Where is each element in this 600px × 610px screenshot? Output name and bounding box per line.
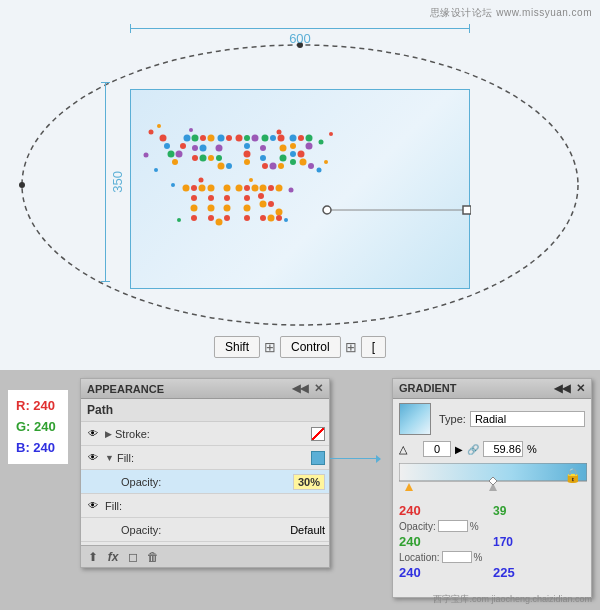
percent-label: % (527, 443, 537, 455)
svg-point-6 (172, 159, 178, 165)
svg-point-19 (226, 135, 232, 141)
svg-point-48 (300, 159, 307, 166)
red2-field: 39 (493, 503, 585, 518)
svg-point-46 (298, 151, 305, 158)
location-field-row: Location: % (399, 551, 491, 563)
watermark: 思缘设计论坛 www.missyuan.com (430, 6, 592, 20)
svg-point-41 (298, 135, 304, 141)
svg-point-45 (290, 151, 296, 157)
svg-point-53 (324, 160, 328, 164)
svg-point-14 (200, 145, 207, 152)
svg-point-38 (270, 163, 277, 170)
svg-point-54 (144, 153, 149, 158)
gradient-type-select[interactable]: Radial (470, 411, 585, 427)
gradient-bar-svg (399, 463, 587, 493)
visibility-icon[interactable]: 👁 (85, 426, 101, 442)
path-label: Path (81, 399, 329, 422)
red1-value: 240 (399, 503, 427, 518)
delete-icon[interactable]: 🗑 (145, 549, 161, 565)
svg-point-74 (224, 185, 231, 192)
svg-point-94 (284, 218, 288, 222)
stroke-label: Stroke: (115, 428, 307, 440)
fill-swatch[interactable] (311, 451, 325, 465)
lock-icon[interactable]: 🔒 (564, 467, 581, 483)
opacity2-row[interactable]: Opacity: Default (81, 518, 329, 542)
svg-point-27 (244, 143, 250, 149)
add-layer-icon[interactable]: ⬆ (85, 549, 101, 565)
fill2-row[interactable]: 👁 Fill: (81, 494, 329, 518)
svg-point-39 (278, 163, 284, 169)
opacity-field-label: Opacity: (399, 521, 436, 532)
appearance-toolbar: ⬆ fx ◻ 🗑 (81, 545, 329, 567)
gradient-minimize-icon[interactable]: ◀◀ (554, 382, 570, 395)
fill-expand-icon: ▼ (105, 453, 114, 463)
fill-row[interactable]: 👁 ▼ Fill: (81, 446, 329, 470)
minimize-icon[interactable]: ◀◀ (292, 382, 308, 395)
svg-point-93 (177, 218, 181, 222)
svg-point-12 (208, 135, 215, 142)
red1-field: 240 (399, 503, 491, 518)
svg-point-28 (244, 151, 251, 158)
triangle-icon: △ (399, 441, 419, 457)
blank-field2 (493, 551, 585, 563)
svg-point-71 (224, 215, 230, 221)
opacity-field-input[interactable] (438, 520, 468, 532)
opacity-value[interactable]: 30% (293, 474, 325, 490)
shift-button[interactable]: Shift (214, 336, 260, 358)
svg-point-9 (184, 135, 191, 142)
svg-marker-100 (405, 483, 413, 491)
fill-visibility-icon[interactable]: 👁 (85, 450, 101, 466)
opacity2-visibility-icon (85, 522, 101, 538)
fx-icon[interactable]: fx (105, 549, 121, 565)
svg-point-5 (168, 151, 175, 158)
svg-point-90 (276, 215, 282, 221)
angle-input[interactable] (423, 441, 451, 457)
svg-point-44 (306, 143, 313, 150)
svg-point-36 (280, 155, 287, 162)
color-values-panel: R: 240 G: 240 B: 240 (8, 390, 68, 464)
svg-point-17 (208, 155, 214, 161)
opacity-row[interactable]: Opacity: 30% (81, 470, 329, 494)
svg-point-55 (329, 132, 333, 136)
svg-point-68 (208, 205, 215, 212)
svg-point-56 (157, 124, 161, 128)
svg-point-23 (226, 163, 232, 169)
gradient-panel: GRADIENT ◀◀ ✕ Type: Radial △ ▶ 🔗 % (392, 378, 592, 598)
stroke-swatch[interactable] (311, 427, 325, 441)
gradient-close-icon[interactable]: ✕ (576, 382, 585, 395)
appearance-panel: APPEARANCE ◀◀ ✕ Path 👁 ▶ Stroke: 👁 ▼ Fil… (80, 378, 330, 568)
loc-pct-icon: % (474, 552, 483, 563)
svg-point-51 (154, 168, 158, 172)
svg-point-49 (308, 163, 314, 169)
blue1-field: 240 (399, 565, 491, 580)
blue2-value: 225 (493, 565, 521, 580)
gradient-bar-area: 🔒 (393, 459, 591, 501)
green1-value: 240 (399, 534, 427, 549)
svg-point-47 (290, 159, 296, 165)
svg-point-88 (260, 215, 266, 221)
svg-point-4 (164, 143, 170, 149)
close-icon[interactable]: ✕ (314, 382, 323, 395)
svg-point-18 (218, 135, 225, 142)
fill2-visibility-icon[interactable]: 👁 (85, 498, 101, 514)
svg-point-10 (192, 135, 199, 142)
fill2-label: Fill: (105, 500, 325, 512)
svg-point-29 (244, 159, 250, 165)
opacity2-label: Opacity: (121, 524, 290, 536)
svg-point-26 (252, 135, 259, 142)
location-field-input[interactable] (442, 551, 472, 563)
stroke-row[interactable]: 👁 ▶ Stroke: (81, 422, 329, 446)
duplicate-icon[interactable]: ◻ (125, 549, 141, 565)
svg-point-98 (323, 206, 331, 214)
svg-point-70 (216, 219, 223, 226)
percent-input[interactable] (483, 441, 523, 457)
svg-point-62 (199, 185, 206, 192)
bracket-button[interactable]: [ (361, 336, 386, 358)
opacity-field-row: Opacity: % (399, 520, 491, 532)
control-button[interactable]: Control (280, 336, 341, 358)
svg-point-72 (224, 205, 231, 212)
svg-point-16 (200, 155, 207, 162)
location-field-label: Location: (399, 552, 440, 563)
gradient-color-fields: 240 39 Opacity: % 240 170 Location: % (393, 501, 591, 582)
connector-arrow (330, 458, 380, 459)
